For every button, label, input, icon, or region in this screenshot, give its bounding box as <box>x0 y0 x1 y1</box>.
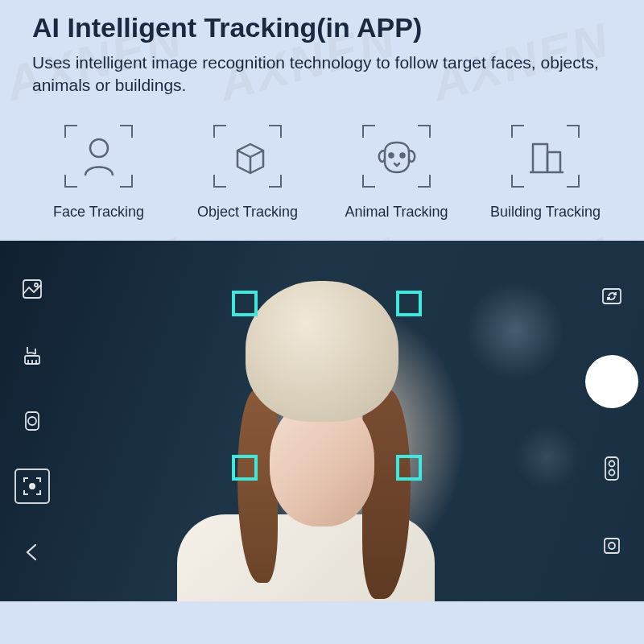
focus-mode-icon[interactable] <box>14 469 50 504</box>
feature-animal-tracking: Animal Tracking <box>330 120 463 221</box>
feature-label: Animal Tracking <box>345 204 448 221</box>
tracking-indicator <box>232 291 422 481</box>
svg-point-8 <box>30 484 35 489</box>
gallery-icon[interactable] <box>14 271 50 307</box>
lens-select-icon[interactable] <box>594 451 630 486</box>
building-bracket-icon <box>503 120 588 192</box>
feature-object-tracking: Object Tracking <box>181 120 314 221</box>
person-bracket-icon <box>56 120 141 192</box>
left-toolbar <box>4 241 60 601</box>
settings-icon[interactable] <box>594 528 630 564</box>
svg-point-11 <box>609 460 615 466</box>
svg-rect-13 <box>605 539 619 553</box>
back-icon[interactable] <box>14 535 50 570</box>
feature-face-tracking: Face Tracking <box>32 120 165 221</box>
cube-bracket-icon <box>205 120 290 192</box>
svg-point-4 <box>35 283 38 287</box>
camera-viewport <box>0 241 644 601</box>
svg-rect-9 <box>603 289 621 303</box>
feature-label: Face Tracking <box>53 204 144 221</box>
timer-icon[interactable] <box>14 337 50 373</box>
page-title: AI Intelligent Tracking(in APP) <box>32 12 612 43</box>
feature-label: Building Tracking <box>490 204 601 221</box>
svg-point-7 <box>28 417 36 425</box>
flash-icon[interactable] <box>14 403 50 439</box>
dog-bracket-icon <box>354 120 439 192</box>
svg-point-14 <box>609 543 615 549</box>
feature-row: Face Tracking Object Tracking <box>32 120 612 221</box>
page-subtitle: Uses intelligent image recognition techn… <box>32 52 612 97</box>
shutter-button[interactable] <box>585 355 638 408</box>
feature-label: Object Tracking <box>197 204 298 221</box>
svg-point-12 <box>609 469 615 475</box>
right-toolbar <box>584 241 640 601</box>
flip-camera-icon[interactable] <box>594 278 630 313</box>
info-panel: AI Intelligent Tracking(in APP) Uses int… <box>0 0 644 241</box>
svg-rect-3 <box>23 280 41 298</box>
feature-building-tracking: Building Tracking <box>479 120 612 221</box>
